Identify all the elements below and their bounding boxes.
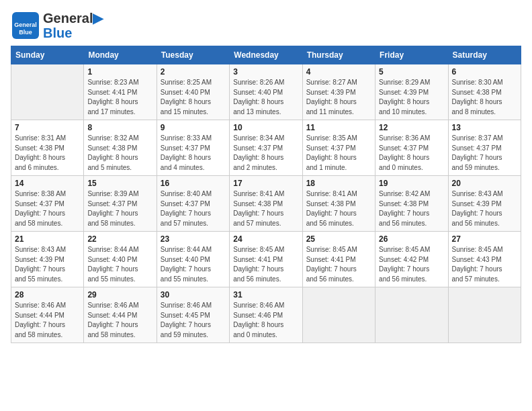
calendar-cell: 15Sunrise: 8:39 AMSunset: 4:37 PMDayligh… [84,176,157,232]
day-number: 29 [87,290,152,300]
day-info: Sunrise: 8:45 AMSunset: 4:41 PMDaylight:… [306,245,371,284]
calendar-cell: 2Sunrise: 8:25 AMSunset: 4:40 PMDaylight… [157,64,229,120]
logo: General Blue General▶ Blue [11,11,103,40]
day-number: 24 [233,234,298,244]
calendar-cell: 5Sunrise: 8:29 AMSunset: 4:39 PMDaylight… [375,64,448,120]
day-info: Sunrise: 8:36 AMSunset: 4:37 PMDaylight:… [379,134,444,173]
day-info: Sunrise: 8:26 AMSunset: 4:40 PMDaylight:… [233,78,298,117]
day-number: 18 [306,179,371,188]
day-info: Sunrise: 8:39 AMSunset: 4:37 PMDaylight:… [87,189,152,228]
day-number: 6 [452,67,517,77]
logo-icon: General Blue [11,11,40,40]
weekday-header-sunday: Sunday [11,46,84,64]
day-info: Sunrise: 8:41 AMSunset: 4:38 PMDaylight:… [306,189,371,228]
calendar-table: SundayMondayTuesdayWednesdayThursdayFrid… [11,46,521,343]
day-number: 22 [87,234,152,244]
day-info: Sunrise: 8:42 AMSunset: 4:38 PMDaylight:… [379,189,444,228]
day-number: 30 [161,290,226,300]
day-number: 10 [233,123,298,132]
day-info: Sunrise: 8:38 AMSunset: 4:37 PMDaylight:… [15,189,80,228]
day-info: Sunrise: 8:32 AMSunset: 4:38 PMDaylight:… [87,134,152,173]
day-info: Sunrise: 8:44 AMSunset: 4:40 PMDaylight:… [87,245,152,284]
day-number: 3 [233,67,298,77]
day-info: Sunrise: 8:43 AMSunset: 4:39 PMDaylight:… [452,189,517,228]
day-info: Sunrise: 8:35 AMSunset: 4:37 PMDaylight:… [306,134,371,173]
day-info: Sunrise: 8:23 AMSunset: 4:41 PMDaylight:… [87,78,152,117]
calendar-cell: 20Sunrise: 8:43 AMSunset: 4:39 PMDayligh… [448,176,521,232]
calendar-cell: 12Sunrise: 8:36 AMSunset: 4:37 PMDayligh… [375,120,448,176]
calendar-cell: 21Sunrise: 8:43 AMSunset: 4:39 PMDayligh… [11,232,84,287]
day-info: Sunrise: 8:31 AMSunset: 4:38 PMDaylight:… [15,134,80,173]
day-info: Sunrise: 8:44 AMSunset: 4:40 PMDaylight:… [161,245,226,284]
day-info: Sunrise: 8:27 AMSunset: 4:39 PMDaylight:… [306,78,371,117]
calendar-cell: 3Sunrise: 8:26 AMSunset: 4:40 PMDaylight… [230,64,302,120]
day-info: Sunrise: 8:43 AMSunset: 4:39 PMDaylight:… [15,245,80,284]
calendar-week-4: 21Sunrise: 8:43 AMSunset: 4:39 PMDayligh… [11,232,521,287]
calendar-cell [302,287,375,343]
calendar-body: 1Sunrise: 8:23 AMSunset: 4:41 PMDaylight… [11,64,521,343]
calendar-week-3: 14Sunrise: 8:38 AMSunset: 4:37 PMDayligh… [11,176,521,232]
weekday-header-friday: Friday [375,46,448,64]
day-info: Sunrise: 8:37 AMSunset: 4:37 PMDaylight:… [452,134,517,173]
day-number: 19 [379,179,444,188]
calendar-cell: 28Sunrise: 8:46 AMSunset: 4:44 PMDayligh… [11,287,84,343]
day-number: 9 [161,123,226,132]
calendar-cell: 27Sunrise: 8:45 AMSunset: 4:43 PMDayligh… [448,232,521,287]
day-number: 5 [379,67,444,77]
weekday-header-monday: Monday [84,46,157,64]
calendar-cell: 13Sunrise: 8:37 AMSunset: 4:37 PMDayligh… [448,120,521,176]
day-info: Sunrise: 8:25 AMSunset: 4:40 PMDaylight:… [161,78,226,117]
weekday-header-thursday: Thursday [302,46,375,64]
day-info: Sunrise: 8:46 AMSunset: 4:44 PMDaylight:… [87,301,152,340]
weekday-header-wednesday: Wednesday [230,46,302,64]
calendar-cell: 7Sunrise: 8:31 AMSunset: 4:38 PMDaylight… [11,120,84,176]
day-number: 7 [15,123,80,132]
day-info: Sunrise: 8:33 AMSunset: 4:37 PMDaylight:… [161,134,226,173]
day-number: 31 [233,290,298,300]
svg-text:General: General [14,21,37,28]
svg-text:Blue: Blue [19,29,32,36]
day-info: Sunrise: 8:34 AMSunset: 4:37 PMDaylight:… [233,134,298,173]
calendar-cell: 4Sunrise: 8:27 AMSunset: 4:39 PMDaylight… [302,64,375,120]
day-number: 16 [161,179,226,188]
logo-text: General▶ Blue [43,11,103,40]
day-info: Sunrise: 8:46 AMSunset: 4:45 PMDaylight:… [161,301,226,340]
calendar-cell: 11Sunrise: 8:35 AMSunset: 4:37 PMDayligh… [302,120,375,176]
calendar-cell: 22Sunrise: 8:44 AMSunset: 4:40 PMDayligh… [84,232,157,287]
calendar-cell: 14Sunrise: 8:38 AMSunset: 4:37 PMDayligh… [11,176,84,232]
day-number: 14 [15,179,80,188]
calendar-cell: 23Sunrise: 8:44 AMSunset: 4:40 PMDayligh… [157,232,229,287]
day-number: 21 [15,234,80,244]
day-number: 11 [306,123,371,132]
day-number: 27 [452,234,517,244]
day-info: Sunrise: 8:45 AMSunset: 4:43 PMDaylight:… [452,245,517,284]
calendar-cell: 1Sunrise: 8:23 AMSunset: 4:41 PMDaylight… [84,64,157,120]
page-header: General Blue General▶ Blue [11,11,521,40]
day-info: Sunrise: 8:29 AMSunset: 4:39 PMDaylight:… [379,78,444,117]
calendar-cell: 16Sunrise: 8:40 AMSunset: 4:37 PMDayligh… [157,176,229,232]
day-number: 4 [306,67,371,77]
day-info: Sunrise: 8:46 AMSunset: 4:46 PMDaylight:… [233,301,298,340]
day-number: 28 [15,290,80,300]
calendar-week-1: 1Sunrise: 8:23 AMSunset: 4:41 PMDaylight… [11,64,521,120]
calendar-cell: 19Sunrise: 8:42 AMSunset: 4:38 PMDayligh… [375,176,448,232]
day-number: 17 [233,179,298,188]
day-info: Sunrise: 8:46 AMSunset: 4:44 PMDaylight:… [15,301,80,340]
calendar-cell: 29Sunrise: 8:46 AMSunset: 4:44 PMDayligh… [84,287,157,343]
calendar-header-row: SundayMondayTuesdayWednesdayThursdayFrid… [11,46,521,64]
calendar-cell: 8Sunrise: 8:32 AMSunset: 4:38 PMDaylight… [84,120,157,176]
day-number: 25 [306,234,371,244]
calendar-cell: 10Sunrise: 8:34 AMSunset: 4:37 PMDayligh… [230,120,302,176]
calendar-cell: 17Sunrise: 8:41 AMSunset: 4:38 PMDayligh… [230,176,302,232]
day-number: 1 [87,67,152,77]
calendar-cell: 25Sunrise: 8:45 AMSunset: 4:41 PMDayligh… [302,232,375,287]
day-number: 26 [379,234,444,244]
day-info: Sunrise: 8:40 AMSunset: 4:37 PMDaylight:… [161,189,226,228]
day-number: 20 [452,179,517,188]
calendar-cell: 26Sunrise: 8:45 AMSunset: 4:42 PMDayligh… [375,232,448,287]
weekday-header-saturday: Saturday [448,46,521,64]
calendar-cell: 30Sunrise: 8:46 AMSunset: 4:45 PMDayligh… [157,287,229,343]
calendar-cell: 31Sunrise: 8:46 AMSunset: 4:46 PMDayligh… [230,287,302,343]
day-info: Sunrise: 8:45 AMSunset: 4:41 PMDaylight:… [233,245,298,284]
calendar-cell: 9Sunrise: 8:33 AMSunset: 4:37 PMDaylight… [157,120,229,176]
